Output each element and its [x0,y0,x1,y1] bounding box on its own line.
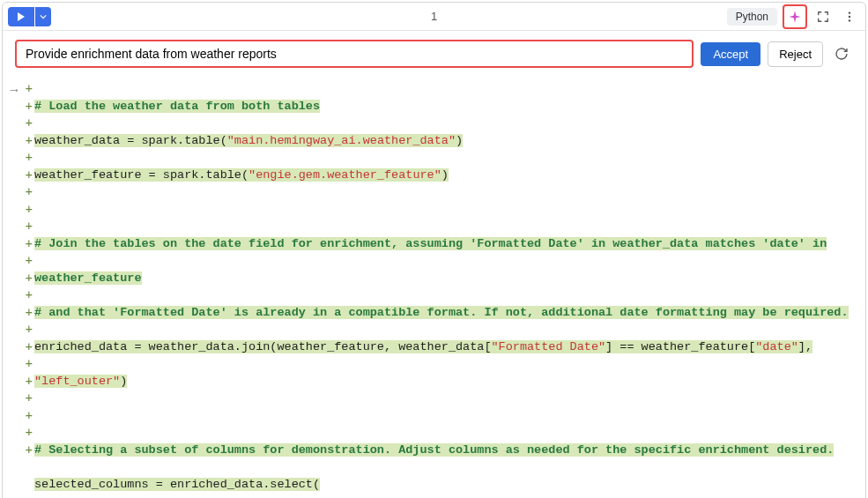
svg-point-0 [849,11,850,13]
run-dropdown-button[interactable] [35,7,51,26]
notebook-cell: 1 Python Accept Reject [2,2,866,498]
refresh-icon [835,47,849,61]
svg-point-2 [849,19,850,21]
ai-prompt-row: Accept Reject [3,31,865,77]
svg-point-1 [849,15,850,17]
expand-button[interactable] [812,6,834,27]
code-line: # Join the tables on the date field for … [34,235,860,253]
cell-number: 1 [431,10,437,23]
diff-gutter: ++++++++++++++++++++++ [22,80,33,498]
reject-button[interactable]: Reject [768,41,823,67]
code-editor[interactable]: → ++++++++++++++++++++++ # Load the weat… [3,77,865,498]
language-badge[interactable]: Python [727,8,777,26]
code-line: weather_feature [34,270,860,287]
accept-button[interactable]: Accept [701,42,760,66]
code-line: # Load the weather data from both tables [34,98,860,115]
expand-icon [817,11,829,23]
play-icon [17,12,26,21]
sparkle-icon [788,10,802,24]
code-line: weather_data = spark.table("main.hemingw… [34,132,860,150]
ai-assistant-button[interactable] [783,4,807,29]
code-line: selected_columns = enriched_data.select( [34,476,860,494]
code-line: enriched_data = weather_data.join(weathe… [34,338,860,356]
code-body[interactable]: # Load the weather data from both tables… [33,80,860,498]
execution-arrow: → [6,80,22,498]
vertical-dots-icon [843,11,856,23]
code-line [34,201,860,219]
more-menu-button[interactable] [839,6,860,27]
code-line: weather_feature = spark.table("engie.gem… [34,167,860,184]
code-line [34,407,860,425]
regenerate-button[interactable] [830,42,853,65]
chevron-down-icon [40,13,47,20]
right-tools: Python [727,4,860,29]
ai-prompt-input[interactable] [15,40,694,68]
code-line: # Selecting a subset of columns for demo… [34,442,860,459]
cell-toolbar: 1 Python [3,3,865,31]
code-line: "left_outer") [34,373,860,390]
run-button-group [8,7,51,26]
code-line: # and that 'Formatted Date' is already i… [34,304,860,322]
run-button[interactable] [8,7,34,26]
